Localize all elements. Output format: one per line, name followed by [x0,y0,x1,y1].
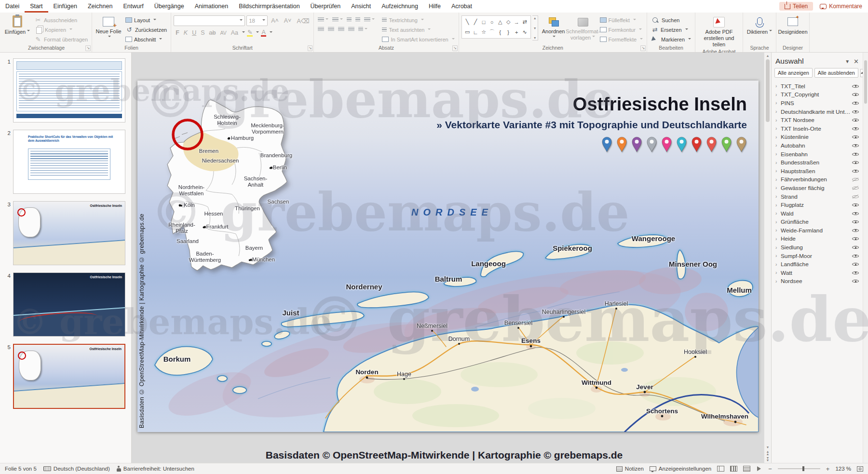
character-spacing-button[interactable]: AV [218,29,228,36]
shape-gallery-scroll[interactable]: ▲▼▼ [532,15,538,41]
selection-item-flugplatz[interactable]: ›Flugplatz [772,201,863,209]
shape-fill-button[interactable]: Fülleffekt [598,15,645,25]
text-shadow-button[interactable]: S [199,29,206,37]
menu-tab-hilfe[interactable]: Hilfe [423,0,446,13]
selection-item-weide-farmland[interactable]: ›Weide-Farmland [772,226,863,235]
selection-item-bundesstra-en[interactable]: ›Bundesstraßen [772,158,863,167]
visibility-eye-icon[interactable] [852,125,859,132]
change-case-button[interactable]: Aa [229,29,240,37]
expand-chevron-icon[interactable]: › [775,262,781,267]
expand-chevron-icon[interactable]: › [775,83,781,89]
notes-button[interactable]: Notizen [616,466,644,472]
align-text-button[interactable]: Text ausrichten [380,25,456,34]
dictate-button[interactable]: Diktieren [746,14,773,44]
paragraph-dialog-launcher[interactable]: ↘ [452,45,458,51]
visibility-eye-icon[interactable] [852,142,859,149]
expand-chevron-icon[interactable]: › [775,109,781,114]
selection-item-nordsee[interactable]: ›Nordsee [772,277,863,286]
zoom-slider-thumb[interactable] [802,466,804,471]
reset-button[interactable]: ↺Zurücksetzen [124,25,168,34]
visibility-eye-icon[interactable] [852,278,859,285]
expand-chevron-icon[interactable]: › [775,279,781,284]
slide-thumbnail-5[interactable]: Ostfriesische Inseln [13,344,125,409]
clipboard-dialog-launcher[interactable]: ↘ [85,45,91,51]
menu-tab-übergänge[interactable]: Übergänge [149,0,190,13]
shape-ellipse-icon[interactable]: ○ [490,19,494,25]
layout-button[interactable]: Layout [124,15,168,25]
visibility-eye-icon[interactable] [852,150,859,158]
find-button[interactable]: Suchen [650,15,692,25]
visibility-eye-icon[interactable] [852,210,859,217]
clear-formatting-button[interactable]: A⌫ [295,17,311,25]
expand-chevron-icon[interactable]: › [775,160,781,165]
visibility-eye-icon[interactable] [852,167,859,175]
align-center-button[interactable] [326,26,336,33]
menu-tab-zeichnen[interactable]: Zeichnen [82,0,118,13]
visibility-hidden-icon[interactable] [852,193,859,200]
menu-tab-animationen[interactable]: Animationen [190,0,234,13]
expand-chevron-icon[interactable]: › [775,236,781,242]
expand-chevron-icon[interactable]: › [775,177,781,182]
shape-triangle-icon[interactable]: △ [498,19,502,25]
expand-chevron-icon[interactable]: › [775,228,781,233]
selection-item-siedlung[interactable]: ›Siedlung [772,243,863,252]
shape-rect-icon[interactable]: □ [482,19,486,25]
justify-button[interactable] [347,26,356,33]
menu-tab-entwurf[interactable]: Entwurf [118,0,149,13]
text-direction-button[interactable]: Textrichtung [380,15,456,25]
previous-slide-button[interactable]: ▲▲ [766,450,770,455]
selection-item-hauptstra-en[interactable]: ›Hauptstraßen [772,167,863,176]
slide-thumbnail-3[interactable]: Ostfriesische Inseln [13,201,125,265]
font-name-select[interactable] [174,15,245,26]
expand-chevron-icon[interactable]: › [775,219,781,225]
selection-item-txt-inseln-orte[interactable]: ›TXT Inseln-Orte [772,124,863,133]
slide-sorter-view-button[interactable] [730,466,737,472]
zoom-level[interactable]: 123 % [835,466,851,472]
selection-item-pins[interactable]: ›PINS [772,99,863,108]
design-ideas-button[interactable]: Designideen [779,14,807,44]
expand-chevron-icon[interactable]: › [775,203,781,208]
shape-arc-icon[interactable]: ⌒ [489,28,495,36]
menu-tab-bildschirmpräsentation[interactable]: Bildschirmpräsentation [233,0,305,13]
selection-item-txt-nordsee[interactable]: ›TXT Nordsee [772,116,863,124]
font-color-button[interactable]: A [259,28,267,37]
paste-button[interactable]: Einfügen [3,14,31,44]
cut-button[interactable]: ✂Ausschneiden [33,15,89,25]
selection-item-wald[interactable]: ›Wald [772,209,863,218]
arrange-button[interactable]: Anordnen [540,14,568,44]
visibility-hidden-icon[interactable] [852,176,859,183]
accessibility-checker[interactable]: Barrierefreiheit: Untersuchen [117,466,194,472]
slide-canvas[interactable]: NORDSEE Schleswig- HolsteinMecklenburg- … [137,81,759,432]
expand-chevron-icon[interactable]: › [775,270,781,275]
decrease-indent-button[interactable] [345,16,353,23]
bold-button[interactable]: F [174,29,181,37]
selection-item-eisenbahn[interactable]: ›Eisenbahn [772,150,863,159]
close-pane-icon[interactable]: ✕ [854,58,859,65]
expand-chevron-icon[interactable]: › [775,151,781,157]
shape-rbrace-icon[interactable]: } [507,29,509,35]
selection-item-watt[interactable]: ›Watt [772,269,863,277]
menu-tab-start[interactable]: Start [25,0,48,13]
scrollbar-thumb[interactable] [766,59,770,122]
reading-view-button[interactable] [743,466,750,472]
shape-star-icon[interactable]: ☆ [481,29,486,35]
visibility-eye-icon[interactable] [852,91,859,98]
slide-thumbnail-1[interactable] [13,58,125,122]
zoom-in-button[interactable]: + [826,465,830,473]
visibility-eye-icon[interactable] [852,235,859,243]
language-indicator[interactable]: Deutsch (Deutschland) [43,466,110,472]
show-all-button[interactable]: Alle anzeigen [774,68,813,78]
align-left-button[interactable] [316,26,326,33]
selection-item-gr-nfl-che[interactable]: ›Grünfläche [772,218,863,227]
visibility-eye-icon[interactable] [852,269,859,276]
shape-lbrace-icon[interactable]: { [499,29,501,35]
shape-angle-icon[interactable]: ∟ [473,29,478,35]
copy-button[interactable]: Kopieren [33,25,89,34]
strikethrough-button[interactable]: ab [207,29,218,37]
shape-diag-icon[interactable]: ╱ [474,19,477,25]
window-scrollbar[interactable] [863,53,868,463]
selection-item-k-stenlinie[interactable]: ›Küstenlinie [772,133,863,142]
menu-tab-überprüfen[interactable]: Überprüfen [305,0,346,13]
shape-plus-icon[interactable]: + [515,29,518,35]
visibility-eye-icon[interactable] [852,252,859,259]
